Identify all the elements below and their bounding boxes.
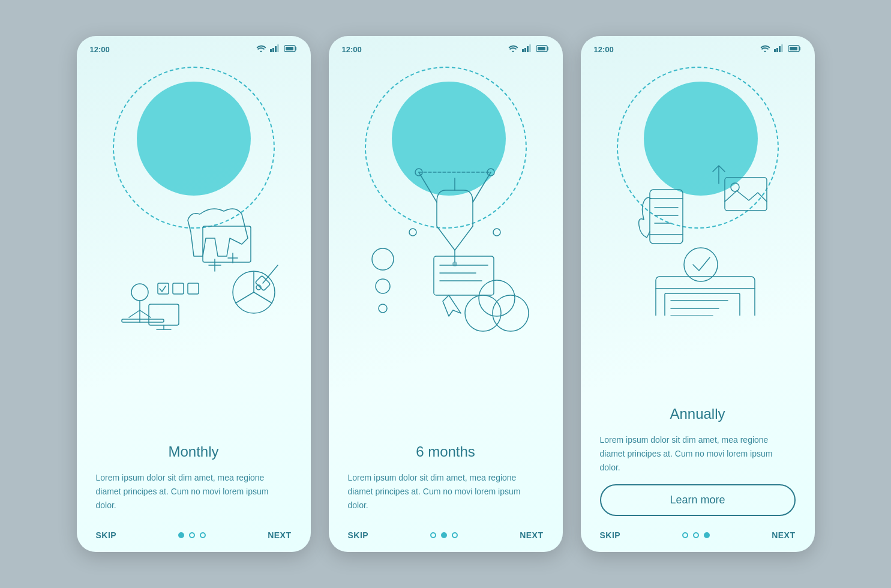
- battery-icon-1: [284, 45, 298, 54]
- 6months-svg: [356, 166, 536, 334]
- svg-rect-60: [790, 47, 797, 50]
- nav-bar-1: SKIP NEXT: [77, 522, 311, 552]
- svg-point-47: [379, 304, 387, 313]
- skip-button-1[interactable]: SKIP: [96, 530, 117, 540]
- skip-button-3[interactable]: SKIP: [600, 530, 621, 540]
- svg-point-46: [376, 279, 390, 293]
- next-button-3[interactable]: NEXT: [772, 530, 795, 540]
- svg-rect-5: [286, 47, 293, 50]
- nav-dots-3: [682, 532, 710, 538]
- svg-rect-74: [665, 293, 740, 316]
- dot-2-1: [430, 532, 436, 538]
- wifi-icon-3: [760, 44, 770, 54]
- svg-rect-61: [650, 190, 683, 244]
- monthly-description: Lorem ipsum dolor sit dim amet, mea regi…: [96, 471, 292, 512]
- svg-rect-57: [779, 46, 781, 52]
- status-icons-3: [760, 44, 802, 54]
- svg-point-40: [409, 229, 416, 236]
- phone-screen-annually: 12:00: [581, 36, 815, 552]
- learn-more-button[interactable]: Learn more: [600, 484, 796, 516]
- svg-rect-58: [781, 44, 783, 52]
- svg-point-36: [452, 262, 457, 266]
- svg-rect-16: [173, 283, 184, 294]
- dot-1-1: [178, 532, 184, 538]
- monthly-title: Monthly: [96, 443, 292, 460]
- illustration-monthly: [77, 58, 311, 437]
- time-label-2: 12:00: [342, 45, 362, 54]
- status-bar-1: 12:00: [77, 36, 311, 58]
- annually-description: Lorem ipsum dolor sit dim amet, mea regi…: [600, 433, 796, 475]
- svg-line-21: [236, 292, 254, 303]
- battery-icon-2: [536, 45, 550, 54]
- screens-container: 12:00: [77, 36, 815, 552]
- svg-line-8: [129, 310, 140, 317]
- wifi-icon-2: [508, 44, 518, 54]
- status-icons-1: [256, 44, 298, 54]
- illustration-annually: [581, 58, 815, 400]
- svg-point-68: [731, 183, 739, 191]
- time-label-1: 12:00: [90, 45, 110, 54]
- svg-rect-2: [275, 46, 277, 52]
- svg-rect-48: [434, 256, 494, 295]
- wifi-icon-1: [256, 44, 266, 54]
- signal-icon-3: [774, 44, 785, 54]
- svg-rect-29: [522, 49, 524, 52]
- status-icons-2: [508, 44, 550, 54]
- content-annually: Annually Lorem ipsum dolor sit dim amet,…: [581, 400, 815, 522]
- next-button-1[interactable]: NEXT: [268, 530, 291, 540]
- svg-point-53: [493, 295, 529, 331]
- time-label-3: 12:00: [594, 45, 614, 54]
- svg-rect-34: [538, 47, 545, 50]
- svg-point-52: [479, 280, 515, 316]
- phone-screen-monthly: 12:00: [77, 36, 311, 552]
- nav-dots-2: [430, 532, 458, 538]
- nav-dots-1: [178, 532, 206, 538]
- svg-rect-55: [774, 49, 776, 52]
- svg-point-41: [493, 229, 500, 236]
- svg-point-54: [465, 295, 501, 331]
- nav-bar-2: SKIP NEXT: [329, 522, 563, 552]
- illustration-6months: [329, 58, 563, 437]
- 6months-title: 6 months: [348, 443, 544, 460]
- dot-1-2: [189, 532, 195, 538]
- annually-svg: [608, 148, 788, 316]
- dot-3-1: [682, 532, 688, 538]
- svg-line-43: [419, 172, 437, 202]
- dot-1-3: [200, 532, 206, 538]
- svg-rect-10: [122, 319, 164, 322]
- svg-rect-17: [188, 283, 199, 294]
- annually-title: Annually: [600, 406, 796, 422]
- dot-3-2: [693, 532, 699, 538]
- svg-rect-1: [272, 48, 274, 52]
- phone-screen-6months: 12:00: [329, 36, 563, 552]
- svg-rect-56: [776, 48, 778, 52]
- svg-line-44: [473, 172, 491, 202]
- monthly-svg: [104, 166, 284, 334]
- status-bar-3: 12:00: [581, 36, 815, 58]
- dot-2-2: [441, 532, 447, 538]
- dot-3-3: [704, 532, 710, 538]
- svg-rect-3: [277, 44, 279, 52]
- svg-rect-67: [725, 178, 767, 211]
- signal-icon-1: [270, 44, 281, 54]
- content-6months: 6 months Lorem ipsum dolor sit dim amet,…: [329, 437, 563, 522]
- svg-rect-31: [527, 46, 529, 52]
- battery-icon-3: [788, 45, 802, 54]
- svg-rect-32: [529, 44, 531, 52]
- dot-2-3: [452, 532, 458, 538]
- svg-rect-30: [524, 48, 526, 52]
- 6months-description: Lorem ipsum dolor sit dim amet, mea regi…: [348, 471, 544, 512]
- svg-rect-14: [203, 226, 251, 262]
- nav-bar-3: SKIP NEXT: [581, 522, 815, 552]
- svg-point-6: [131, 284, 148, 301]
- signal-icon-2: [522, 44, 533, 54]
- status-bar-2: 12:00: [329, 36, 563, 58]
- svg-line-20: [254, 292, 272, 303]
- next-button-2[interactable]: NEXT: [520, 530, 543, 540]
- svg-rect-0: [270, 49, 272, 52]
- svg-point-45: [372, 248, 394, 270]
- skip-button-2[interactable]: SKIP: [348, 530, 369, 540]
- content-monthly: Monthly Lorem ipsum dolor sit dim amet, …: [77, 437, 311, 522]
